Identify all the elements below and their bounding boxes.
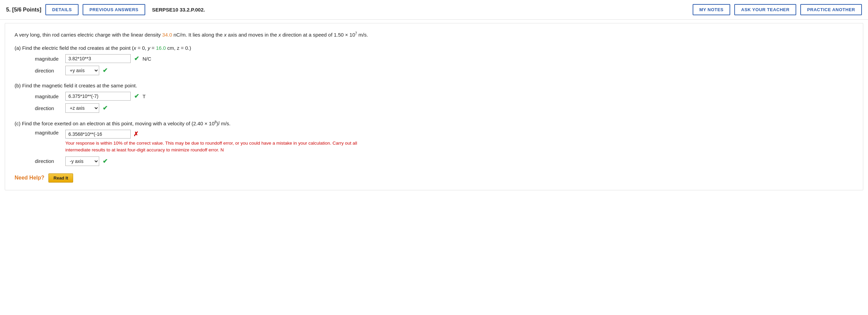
part-c-magnitude-block: magnitude ✗ Your response is within 10% … (35, 130, 853, 154)
part-a-magnitude-check: ✔ (134, 55, 139, 62)
part-a-label: (a) Find the electric field the rod crea… (15, 45, 853, 51)
part-a-direction-label: direction (35, 68, 62, 74)
part-b-magnitude-label: magnitude (35, 93, 62, 99)
part-a-direction-check: ✔ (103, 67, 108, 74)
part-a: (a) Find the electric field the rod crea… (15, 45, 853, 75)
need-help-section: Need Help? Read It (15, 173, 853, 183)
part-a-direction-select[interactable]: +x axis -x axis +y axis -y axis +z axis … (65, 66, 99, 75)
part-a-direction-row: direction +x axis -x axis +y axis -y axi… (35, 66, 853, 75)
part-b-direction-row: direction +x axis -x axis +y axis -y axi… (35, 103, 853, 113)
part-c-error-message: Your response is within 10% of the corre… (65, 140, 370, 154)
need-help-label: Need Help? (15, 175, 44, 181)
header-left: 5. [5/6 Points] DETAILS PREVIOUS ANSWERS… (6, 4, 689, 15)
part-a-magnitude-unit: N/C (143, 56, 151, 62)
part-c-direction-label: direction (35, 158, 62, 164)
header-right: MY NOTES ASK YOUR TEACHER PRACTICE ANOTH… (693, 4, 862, 15)
part-b-label: (b) Find the magnetic field it creates a… (15, 83, 853, 88)
part-a-magnitude-label: magnitude (35, 56, 62, 62)
part-c-magnitude-top-row: magnitude ✗ Your response is within 10% … (35, 130, 853, 154)
part-b-magnitude-check: ✔ (134, 92, 139, 100)
part-a-y-value: 16.0 (156, 45, 166, 51)
part-c: (c) Find the force exerted on an electro… (15, 120, 853, 166)
part-b-direction-check: ✔ (103, 104, 108, 112)
part-b-direction-select[interactable]: +x axis -x axis +y axis -y axis +z axis … (65, 103, 99, 113)
part-b: (b) Find the magnetic field it creates a… (15, 83, 853, 113)
ask-teacher-button[interactable]: ASK YOUR TEACHER (734, 4, 796, 15)
my-notes-button[interactable]: MY NOTES (693, 4, 731, 15)
intro-text: A very long, thin rod carries electric c… (15, 31, 853, 39)
question-content: A very long, thin rod carries electric c… (5, 23, 863, 190)
part-a-magnitude-row: magnitude ✔ N/C (35, 54, 853, 63)
part-c-label: (c) Find the force exerted on an electro… (15, 120, 853, 126)
part-c-magnitude-cross: ✗ (133, 130, 138, 138)
density-value: 34.0 (162, 32, 172, 38)
part-a-magnitude-input[interactable] (65, 54, 131, 63)
part-b-magnitude-input[interactable] (65, 92, 131, 101)
part-c-direction-select[interactable]: +x axis -x axis +y axis -y axis +z axis … (65, 156, 99, 166)
part-c-direction-check: ✔ (103, 158, 108, 165)
part-b-direction-label: direction (35, 105, 62, 111)
details-button[interactable]: DETAILS (45, 4, 79, 15)
part-c-magnitude-input[interactable] (65, 130, 131, 139)
part-c-direction-row: direction +x axis -x axis +y axis -y axi… (35, 156, 853, 166)
practice-another-button[interactable]: PRACTICE ANOTHER (800, 4, 862, 15)
read-it-button[interactable]: Read It (48, 173, 73, 183)
question-number: 5. [5/6 Points] (6, 7, 41, 13)
part-b-magnitude-unit: T (143, 93, 146, 99)
problem-id: SERPSE10 33.2.P.002. (152, 7, 205, 13)
part-c-magnitude-label: magnitude (35, 130, 62, 135)
part-b-magnitude-row: magnitude ✔ T (35, 92, 853, 101)
question-header: 5. [5/6 Points] DETAILS PREVIOUS ANSWERS… (0, 0, 868, 20)
previous-answers-button[interactable]: PREVIOUS ANSWERS (83, 4, 145, 15)
